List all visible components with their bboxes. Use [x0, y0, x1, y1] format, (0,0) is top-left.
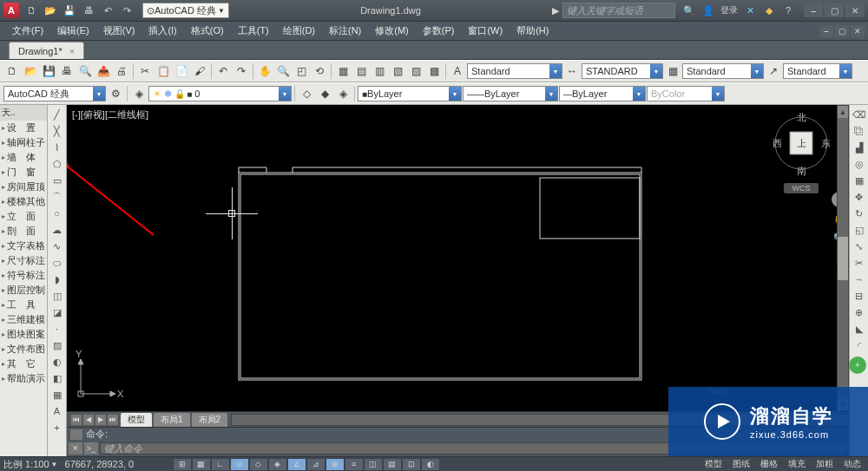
zoom-prev-icon[interactable]: ⟲ — [311, 62, 328, 80]
scroll-thumb[interactable] — [838, 237, 848, 280]
layer-prop-icon[interactable]: ◈ — [130, 85, 148, 102]
doc-minimize-button[interactable]: ‒ — [819, 25, 833, 37]
layer-prev-icon[interactable]: ◈ — [334, 85, 352, 102]
text-style-combo[interactable]: Standard▼ — [467, 63, 562, 79]
tree-item-wall[interactable]: ▸墙 体 — [0, 150, 47, 165]
tree-item-room[interactable]: ▸房间屋顶 — [0, 180, 47, 194]
tree-item-door[interactable]: ▸门 窗 — [0, 165, 47, 180]
mtext-icon[interactable]: A — [49, 403, 65, 419]
point-icon[interactable]: · — [49, 321, 65, 337]
scroll-up-icon[interactable]: ▲ — [838, 106, 848, 118]
dc-icon[interactable]: ▤ — [352, 62, 370, 80]
maximize-button[interactable]: ▢ — [825, 3, 844, 17]
status-model[interactable]: 模型 — [701, 458, 726, 470]
3dosnap-toggle[interactable]: ◈ — [268, 458, 287, 471]
offset-icon[interactable]: ◎ — [852, 156, 867, 172]
erase-icon[interactable]: ⌫ — [852, 107, 867, 122]
wcs-label[interactable]: WCS — [784, 183, 819, 193]
infocenter-icon[interactable]: ▶ — [552, 5, 559, 16]
login-label[interactable]: 登录 — [720, 4, 738, 16]
search-go-icon[interactable]: 🔍 — [682, 3, 696, 17]
tree-item-layer[interactable]: ▸图层控制 — [0, 283, 47, 298]
redo-icon[interactable]: ↷ — [118, 2, 135, 19]
polygon-icon[interactable]: ⬠ — [49, 156, 65, 172]
zoom-rt-icon[interactable]: 🔍 — [274, 62, 292, 80]
new-file-icon[interactable]: 🗋 — [3, 62, 21, 80]
menu-window[interactable]: 窗口(W) — [461, 22, 510, 40]
status-paper[interactable]: 图纸 — [729, 458, 753, 470]
layout-last-icon[interactable]: ⏭ — [107, 414, 119, 426]
viewport[interactable]: [-][俯视][二维线框] — [67, 105, 849, 411]
mkup-icon[interactable]: ▨ — [407, 62, 424, 80]
tree-item-text[interactable]: ▸文字表格 — [0, 239, 47, 253]
tree-item-dim[interactable]: ▸尺寸标注 — [0, 253, 47, 268]
menu-parametric[interactable]: 参数(P) — [416, 22, 462, 40]
menu-file[interactable]: 文件(F) — [5, 22, 50, 40]
undo-icon[interactable]: ↶ — [99, 2, 116, 19]
layer-iso-icon[interactable]: ◆ — [316, 85, 333, 102]
save-icon[interactable]: 💾 — [61, 2, 78, 19]
stretch-icon[interactable]: ⤡ — [852, 239, 867, 254]
chamfer-icon[interactable]: ◣ — [852, 321, 867, 337]
plotstyle-combo[interactable]: ByColor▼ — [647, 86, 725, 101]
app-logo-icon[interactable]: A — [3, 3, 19, 18]
tree-item-axis[interactable]: ▸轴网柱子 — [0, 135, 47, 150]
menu-edit[interactable]: 编辑(E) — [50, 22, 96, 40]
help-icon[interactable]: ? — [781, 3, 795, 17]
dim-style-icon[interactable]: ↔ — [563, 62, 581, 80]
grid-toggle[interactable]: ▦ — [192, 458, 211, 471]
table-style-combo[interactable]: Standard▼ — [682, 63, 764, 79]
tpy-toggle[interactable]: ◫ — [364, 458, 383, 471]
mleader-style-icon[interactable]: ↗ — [765, 62, 782, 80]
revcloud-icon[interactable]: ☁ — [49, 222, 65, 238]
rectangle-icon[interactable]: ▭ — [49, 173, 65, 188]
mleader-style-combo[interactable]: Standard▼ — [783, 63, 852, 79]
zoom-win-icon[interactable]: ◰ — [293, 62, 310, 80]
linetype-combo[interactable]: —— ByLayer▼ — [463, 86, 558, 101]
pan-icon[interactable]: ✋ — [256, 62, 273, 80]
snap-toggle[interactable]: ⊞ — [173, 458, 192, 471]
txt-style-icon[interactable]: A — [449, 62, 466, 80]
autodesk-badge-icon[interactable]: + — [849, 357, 866, 374]
sc-toggle[interactable]: ⊡ — [402, 458, 421, 471]
status-scale-dd[interactable]: ▼ — [51, 461, 58, 468]
insert-icon[interactable]: ◫ — [49, 288, 65, 304]
table-icon[interactable]: ▦ — [49, 387, 65, 402]
minimize-button[interactable]: ‒ — [804, 3, 823, 17]
tree-item-settings[interactable]: ▸设 置 — [0, 121, 47, 135]
workspace-combo[interactable]: AutoCAD 经典▼ — [3, 86, 106, 101]
layout-prev-icon[interactable]: ◀ — [82, 414, 95, 426]
tree-item-file[interactable]: ▸文件布图 — [0, 342, 47, 357]
layer-state-icon[interactable]: ◇ — [298, 85, 315, 102]
tree-item-help[interactable]: ▸帮助演示 — [0, 371, 47, 386]
spline-icon[interactable]: ∿ — [49, 239, 65, 254]
workspace-selector[interactable]: ⊙AutoCAD 经典 ▼ — [142, 3, 229, 18]
layout-first-icon[interactable]: ⏮ — [70, 414, 82, 426]
ortho-toggle[interactable]: ∟ — [211, 458, 230, 471]
paste-icon[interactable]: 📄 — [173, 62, 190, 80]
tab-drawing1[interactable]: Drawing1* × — [9, 42, 84, 59]
mirror-icon[interactable]: ▟ — [852, 140, 867, 155]
arc-icon[interactable]: ⌒ — [49, 189, 65, 205]
layout-tab-1[interactable]: 布局1 — [154, 413, 190, 427]
block-icon[interactable]: ◪ — [49, 304, 65, 320]
trim-icon[interactable]: ✂ — [852, 255, 867, 271]
ducs-toggle[interactable]: ⊿ — [306, 458, 326, 471]
ucs-icon[interactable]: X Y — [72, 350, 124, 402]
lwt-toggle[interactable]: ≡ — [345, 458, 364, 471]
dim-style-combo[interactable]: STANDARD▼ — [582, 63, 663, 79]
ssm-icon[interactable]: ▧ — [389, 62, 406, 80]
ellipse-icon[interactable]: ⬭ — [49, 255, 65, 271]
tree-item-3d[interactable]: ▸三维建模 — [0, 312, 47, 327]
polar-toggle[interactable]: ⊙ — [230, 458, 249, 471]
signin-icon[interactable]: 👤 — [701, 3, 715, 17]
copy-icon[interactable]: 📋 — [155, 62, 172, 80]
scale-icon[interactable]: ◱ — [852, 222, 867, 238]
save-file-icon[interactable]: 💾 — [40, 62, 57, 80]
hatch-icon[interactable]: ▨ — [49, 337, 65, 353]
status-fill[interactable]: 填充 — [785, 458, 809, 470]
pline-icon[interactable]: ⌇ — [49, 140, 65, 155]
redo-icon[interactable]: ↷ — [233, 62, 250, 80]
exchange-icon[interactable]: ✕ — [743, 3, 757, 17]
addsel-icon[interactable]: + — [49, 420, 65, 435]
